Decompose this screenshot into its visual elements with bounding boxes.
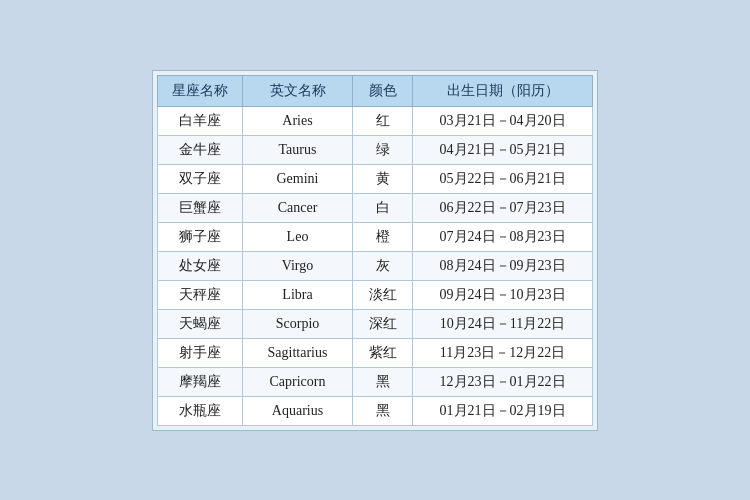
cell-date: 06月22日－07月23日 xyxy=(413,193,593,222)
table-row: 水瓶座Aquarius黑01月21日－02月19日 xyxy=(158,396,593,425)
cell-english: Scorpio xyxy=(243,309,353,338)
cell-chinese: 水瓶座 xyxy=(158,396,243,425)
cell-date: 04月21日－05月21日 xyxy=(413,135,593,164)
table-row: 巨蟹座Cancer白06月22日－07月23日 xyxy=(158,193,593,222)
table-row: 双子座Gemini黄05月22日－06月21日 xyxy=(158,164,593,193)
table-row: 金牛座Taurus绿04月21日－05月21日 xyxy=(158,135,593,164)
table-row: 天蝎座Scorpio深红10月24日－11月22日 xyxy=(158,309,593,338)
cell-chinese: 双子座 xyxy=(158,164,243,193)
table-row: 狮子座Leo橙07月24日－08月23日 xyxy=(158,222,593,251)
cell-chinese: 射手座 xyxy=(158,338,243,367)
cell-color: 橙 xyxy=(353,222,413,251)
cell-date: 08月24日－09月23日 xyxy=(413,251,593,280)
cell-date: 10月24日－11月22日 xyxy=(413,309,593,338)
cell-chinese: 处女座 xyxy=(158,251,243,280)
cell-chinese: 天蝎座 xyxy=(158,309,243,338)
cell-date: 11月23日－12月22日 xyxy=(413,338,593,367)
cell-color: 黄 xyxy=(353,164,413,193)
header-chinese: 星座名称 xyxy=(158,75,243,106)
cell-color: 红 xyxy=(353,106,413,135)
cell-date: 05月22日－06月21日 xyxy=(413,164,593,193)
cell-english: Sagittarius xyxy=(243,338,353,367)
cell-color: 淡红 xyxy=(353,280,413,309)
table-body: 白羊座Aries红03月21日－04月20日金牛座Taurus绿04月21日－0… xyxy=(158,106,593,425)
header-color: 颜色 xyxy=(353,75,413,106)
cell-date: 07月24日－08月23日 xyxy=(413,222,593,251)
cell-date: 03月21日－04月20日 xyxy=(413,106,593,135)
zodiac-table: 星座名称 英文名称 颜色 出生日期（阳历） 白羊座Aries红03月21日－04… xyxy=(157,75,593,426)
cell-color: 紫红 xyxy=(353,338,413,367)
header-english: 英文名称 xyxy=(243,75,353,106)
cell-english: Gemini xyxy=(243,164,353,193)
cell-english: Aries xyxy=(243,106,353,135)
table-header-row: 星座名称 英文名称 颜色 出生日期（阳历） xyxy=(158,75,593,106)
cell-color: 黑 xyxy=(353,367,413,396)
cell-chinese: 狮子座 xyxy=(158,222,243,251)
cell-date: 09月24日－10月23日 xyxy=(413,280,593,309)
table-row: 摩羯座Capricorn黑12月23日－01月22日 xyxy=(158,367,593,396)
cell-english: Aquarius xyxy=(243,396,353,425)
cell-chinese: 白羊座 xyxy=(158,106,243,135)
cell-color: 绿 xyxy=(353,135,413,164)
cell-color: 黑 xyxy=(353,396,413,425)
cell-english: Virgo xyxy=(243,251,353,280)
cell-chinese: 天秤座 xyxy=(158,280,243,309)
cell-english: Libra xyxy=(243,280,353,309)
header-date: 出生日期（阳历） xyxy=(413,75,593,106)
cell-color: 深红 xyxy=(353,309,413,338)
zodiac-table-container: 星座名称 英文名称 颜色 出生日期（阳历） 白羊座Aries红03月21日－04… xyxy=(152,70,598,431)
cell-chinese: 金牛座 xyxy=(158,135,243,164)
table-row: 处女座Virgo灰08月24日－09月23日 xyxy=(158,251,593,280)
cell-english: Leo xyxy=(243,222,353,251)
cell-date: 12月23日－01月22日 xyxy=(413,367,593,396)
cell-color: 灰 xyxy=(353,251,413,280)
table-row: 射手座Sagittarius紫红11月23日－12月22日 xyxy=(158,338,593,367)
cell-date: 01月21日－02月19日 xyxy=(413,396,593,425)
cell-english: Capricorn xyxy=(243,367,353,396)
table-row: 天秤座Libra淡红09月24日－10月23日 xyxy=(158,280,593,309)
cell-color: 白 xyxy=(353,193,413,222)
table-row: 白羊座Aries红03月21日－04月20日 xyxy=(158,106,593,135)
cell-english: Taurus xyxy=(243,135,353,164)
cell-english: Cancer xyxy=(243,193,353,222)
cell-chinese: 巨蟹座 xyxy=(158,193,243,222)
cell-chinese: 摩羯座 xyxy=(158,367,243,396)
